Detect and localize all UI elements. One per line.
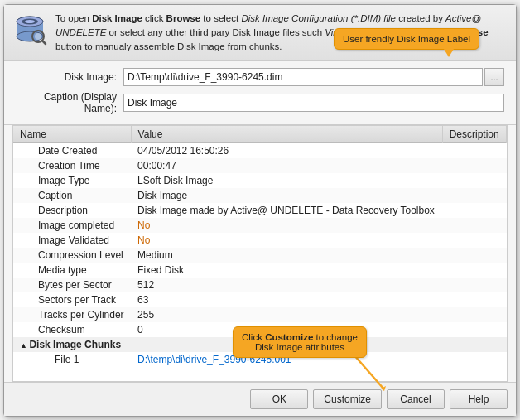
disk-image-icon <box>12 12 47 46</box>
row-desc <box>442 188 506 203</box>
row-name: Description <box>13 203 131 218</box>
row-desc <box>442 158 506 173</box>
table-header-row: Name Value Description <box>13 126 507 143</box>
svg-line-9 <box>354 355 383 389</box>
row-desc <box>442 263 506 278</box>
col-description: Description <box>442 126 506 143</box>
disk-image-label: Disk Image: <box>16 71 123 83</box>
row-desc <box>442 278 506 292</box>
table-row: Compression LevelMedium <box>13 248 507 263</box>
file-name: File 1 <box>13 352 131 367</box>
ok-button[interactable]: OK <box>250 389 308 409</box>
dialog-window: To open Disk Image click Browse to selec… <box>3 4 517 417</box>
table-row: Creation Time00:00:47 <box>13 158 507 173</box>
row-desc <box>442 203 506 218</box>
row-name: Compression Level <box>13 248 131 263</box>
row-value: 255 <box>131 307 442 322</box>
row-name: Tracks per Cylinder <box>13 307 131 322</box>
row-value: Medium <box>131 248 442 263</box>
table-row: Tracks per Cylinder255 <box>13 307 507 322</box>
row-name: Checksum <box>13 322 131 337</box>
svg-point-5 <box>25 20 35 23</box>
row-name: Image completed <box>13 218 131 233</box>
row-desc <box>442 143 506 159</box>
row-name: Date Created <box>13 143 131 159</box>
svg-line-7 <box>42 41 46 44</box>
row-value: Fixed Disk <box>131 263 442 278</box>
row-desc <box>442 173 506 188</box>
table-row: DescriptionDisk Image made by Active@ UN… <box>13 203 507 218</box>
help-button[interactable]: Help <box>450 389 508 409</box>
col-value: Value <box>131 126 442 143</box>
row-value: Disk Image <box>131 188 442 203</box>
row-desc <box>442 322 506 337</box>
row-value: No <box>131 218 442 233</box>
table-row: Date Created04/05/2012 16:50:26 <box>13 143 507 159</box>
table-row: Image completedNo <box>13 218 507 233</box>
row-value: LSoft Disk Image <box>131 173 442 188</box>
browse-button[interactable]: ... <box>484 68 504 86</box>
disk-image-row: Disk Image: ... User frendly Disk Image … <box>16 68 504 86</box>
col-name: Name <box>13 126 131 143</box>
file-desc <box>442 352 506 367</box>
row-desc <box>442 307 506 322</box>
form-area: Disk Image: ... User frendly Disk Image … <box>4 61 516 125</box>
tooltip-disk-image-label: User frendly Disk Image Label <box>334 28 479 50</box>
disk-image-input[interactable] <box>123 68 483 86</box>
row-name: Creation Time <box>13 158 131 173</box>
svg-point-8 <box>35 33 41 40</box>
tooltip-customize: Click Customize to changeDisk Image attr… <box>233 326 367 358</box>
row-name: Media type <box>13 263 131 278</box>
row-desc <box>442 292 506 307</box>
table-row: CaptionDisk Image <box>13 188 507 203</box>
table-row: Image TypeLSoft Disk Image <box>13 173 507 188</box>
row-value: 63 <box>131 292 442 307</box>
row-desc <box>442 248 506 263</box>
row-name: Caption <box>13 188 131 203</box>
footer-area: Click Customize to changeDisk Image attr… <box>4 382 516 416</box>
row-value: 512 <box>131 278 442 292</box>
row-name: Sectors per Track <box>13 292 131 307</box>
row-value: No <box>131 233 442 248</box>
row-name: Bytes per Sector <box>13 278 131 292</box>
caption-row: Caption (Display Name): <box>16 91 504 114</box>
caption-input[interactable] <box>123 94 504 112</box>
row-name: Image Validated <box>13 233 131 248</box>
row-desc <box>442 233 506 248</box>
table-row: Sectors per Track63 <box>13 292 507 307</box>
row-value: Disk Image made by Active@ UNDELETE - Da… <box>131 203 442 218</box>
row-name: Image Type <box>13 173 131 188</box>
row-value: 04/05/2012 16:50:26 <box>131 143 442 159</box>
row-desc <box>442 218 506 233</box>
caption-label: Caption (Display Name): <box>16 91 123 114</box>
row-value: 00:00:47 <box>131 158 442 173</box>
table-row: Media typeFixed Disk <box>13 263 507 278</box>
table-row: Image ValidatedNo <box>13 233 507 248</box>
table-row: Bytes per Sector512 <box>13 278 507 292</box>
